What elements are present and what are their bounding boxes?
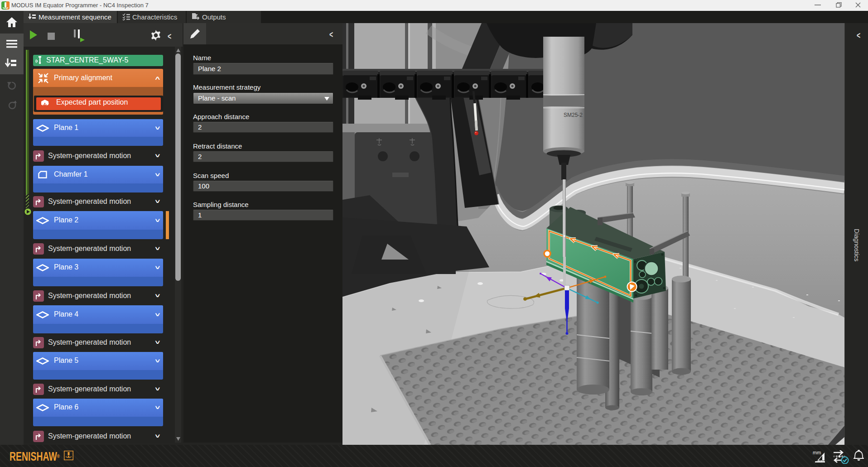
svg-text:SM25-2: SM25-2 — [564, 112, 583, 118]
svg-text:mm: mm — [813, 450, 821, 455]
